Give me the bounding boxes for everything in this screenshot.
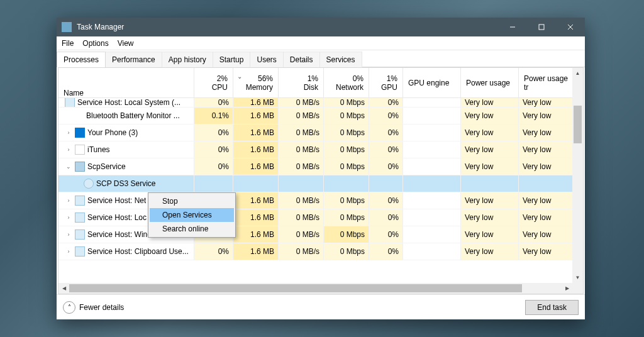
close-button[interactable] xyxy=(556,18,585,36)
menu-file[interactable]: File xyxy=(62,39,74,48)
col-memory[interactable]: ⌄ 56% Memory xyxy=(233,68,279,97)
col-cpu[interactable]: 2% CPU xyxy=(194,68,233,97)
end-task-button[interactable]: End task xyxy=(525,300,579,315)
expander-icon[interactable]: › xyxy=(65,231,72,238)
expander-icon[interactable]: › xyxy=(65,197,72,204)
context-open-services[interactable]: Open Services xyxy=(150,208,234,222)
expander-icon[interactable]: › xyxy=(65,214,72,221)
scroll-right-icon[interactable]: ▶ xyxy=(562,283,572,294)
scroll-thumb-v[interactable] xyxy=(574,106,582,143)
table-row[interactable]: ›Service Host: Clipboard Use...0%1.6 MB0… xyxy=(58,243,583,260)
col-disk[interactable]: 1% Disk xyxy=(279,68,324,97)
vertical-scrollbar[interactable]: ▲ ▼ xyxy=(572,68,583,283)
process-icon xyxy=(75,162,85,172)
svg-rect-1 xyxy=(539,25,544,30)
context-stop[interactable]: Stop xyxy=(150,194,234,208)
process-icon xyxy=(75,213,85,223)
table-row[interactable]: Bluetooth Battery Monitor ...0.1%1.6 MB0… xyxy=(58,108,583,124)
process-icon xyxy=(75,128,85,138)
col-power-usage-trend[interactable]: Power usage tr xyxy=(519,68,577,97)
col-name[interactable]: Name xyxy=(58,68,194,97)
col-network[interactable]: 0% Network xyxy=(324,68,369,97)
process-icon xyxy=(65,98,75,107)
table-row[interactable]: ›iTunes0%1.6 MB0 MB/s0 Mbps0%Very lowVer… xyxy=(58,141,583,158)
scroll-up-icon[interactable]: ▲ xyxy=(572,68,583,79)
process-list: Name 2% CPU ⌄ 56% Memory 1% Disk 0% Netw… xyxy=(58,67,584,294)
process-icon xyxy=(75,145,85,155)
process-icon xyxy=(75,196,85,206)
titlebar[interactable]: Task Manager xyxy=(57,18,585,36)
chevron-up-icon: ˄ xyxy=(63,301,75,314)
column-headers: Name 2% CPU ⌄ 56% Memory 1% Disk 0% Netw… xyxy=(58,68,583,98)
process-name: ScpService xyxy=(87,162,126,171)
tab-strip: Processes Performance App history Startu… xyxy=(57,50,585,67)
task-manager-window: Task Manager File Options View Processes… xyxy=(57,18,585,319)
app-icon xyxy=(62,22,72,32)
expander-icon[interactable]: › xyxy=(65,146,72,153)
process-name: Bluetooth Battery Monitor ... xyxy=(86,111,180,120)
table-row[interactable]: ›Service Host: Loc0%1.6 MB0 MB/s0 Mbps0%… xyxy=(58,209,583,226)
context-search-online[interactable]: Search online xyxy=(150,222,234,236)
table-row[interactable]: ›Your Phone (3)0%1.6 MB0 MB/s0 Mbps0%Ver… xyxy=(58,124,583,141)
table-row[interactable]: Service Host: Local System (...0%1.6 MB0… xyxy=(58,98,583,108)
window-title: Task Manager xyxy=(77,23,498,31)
scroll-down-icon[interactable]: ▼ xyxy=(572,272,583,283)
process-name: Service Host: Net xyxy=(87,196,146,205)
process-icon xyxy=(75,246,85,257)
footer: ˄ Fewer details End task xyxy=(57,294,585,319)
maximize-button[interactable] xyxy=(527,18,556,36)
menu-options[interactable]: Options xyxy=(82,39,108,48)
tab-startup[interactable]: Startup xyxy=(213,52,251,67)
horizontal-scrollbar[interactable]: ◀ ▶ xyxy=(58,283,572,294)
tab-performance[interactable]: Performance xyxy=(106,52,162,67)
process-icon xyxy=(75,229,85,240)
menu-view[interactable]: View xyxy=(118,39,134,48)
expander-icon[interactable]: › xyxy=(65,248,72,255)
process-name: iTunes xyxy=(87,145,110,154)
expander-icon[interactable]: › xyxy=(65,129,72,136)
menubar: File Options View xyxy=(57,36,585,50)
tab-users[interactable]: Users xyxy=(250,52,283,67)
minimize-button[interactable] xyxy=(498,18,527,36)
table-row[interactable]: ⌄ScpService0%1.6 MB0 MB/s0 Mbps0%Very lo… xyxy=(58,158,583,175)
expander-icon[interactable]: ⌄ xyxy=(65,163,72,170)
tab-processes[interactable]: Processes xyxy=(57,52,106,67)
process-name: Service Host: Clipboard Use... xyxy=(87,247,189,256)
process-name: Service Host: Loc xyxy=(87,213,147,222)
table-row[interactable]: ›Service Host: Windows Push...0%1.6 MB0 … xyxy=(58,226,583,243)
scroll-left-icon[interactable]: ◀ xyxy=(58,283,69,294)
context-menu: Stop Open Services Search online xyxy=(148,192,236,238)
process-name: Your Phone (3) xyxy=(87,128,138,137)
scroll-thumb-h[interactable] xyxy=(69,284,522,292)
col-power-usage[interactable]: Power usage xyxy=(461,68,519,97)
col-gpu-engine[interactable]: GPU engine xyxy=(403,68,461,97)
rows-container[interactable]: Service Host: Local System (...0%1.6 MB0… xyxy=(58,98,583,294)
tab-details[interactable]: Details xyxy=(284,52,320,67)
sort-indicator-icon: ⌄ xyxy=(237,73,242,80)
process-name: SCP DS3 Service xyxy=(96,179,155,188)
tab-app-history[interactable]: App history xyxy=(162,52,213,67)
table-row[interactable]: ›Service Host: Net0%1.6 MB0 MB/s0 Mbps0%… xyxy=(58,192,583,209)
col-gpu[interactable]: 1% GPU xyxy=(369,68,403,97)
process-name: Service Host: Local System (... xyxy=(77,98,180,107)
fewer-details-button[interactable]: ˄ Fewer details xyxy=(63,301,124,314)
process-icon xyxy=(84,179,94,189)
tab-services[interactable]: Services xyxy=(320,52,362,67)
table-row[interactable]: SCP DS3 Service xyxy=(58,175,583,192)
